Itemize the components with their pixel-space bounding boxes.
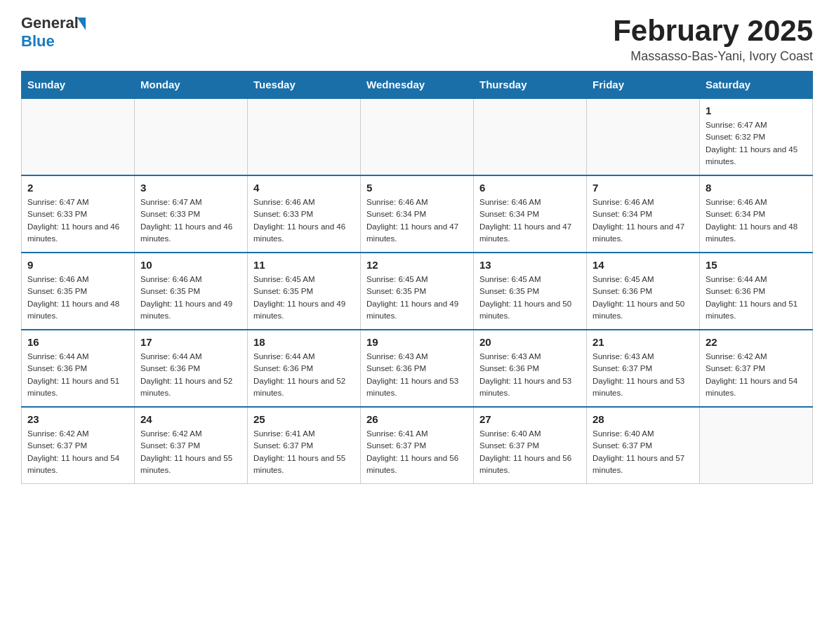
day-number: 14: [593, 259, 694, 271]
day-number: 8: [706, 182, 807, 194]
day-number: 26: [366, 413, 468, 425]
day-info: Sunrise: 6:45 AM Sunset: 6:35 PM Dayligh…: [253, 274, 355, 322]
day-number: 1: [706, 105, 807, 116]
day-number: 20: [479, 336, 581, 348]
day-cell: 21Sunrise: 6:43 AM Sunset: 6:37 PM Dayli…: [587, 330, 700, 407]
day-cell: 27Sunrise: 6:40 AM Sunset: 6:37 PM Dayli…: [474, 407, 587, 484]
day-cell: 6Sunrise: 6:46 AM Sunset: 6:34 PM Daylig…: [474, 175, 587, 253]
calendar-title: February 2025: [613, 14, 813, 48]
day-number: 23: [27, 413, 128, 425]
day-info: Sunrise: 6:46 AM Sunset: 6:34 PM Dayligh…: [479, 196, 581, 245]
day-cell: 7Sunrise: 6:46 AM Sunset: 6:34 PM Daylig…: [587, 175, 700, 253]
day-number: 16: [27, 336, 128, 348]
day-cell: 19Sunrise: 6:43 AM Sunset: 6:36 PM Dayli…: [361, 330, 474, 407]
day-cell: 1Sunrise: 6:47 AM Sunset: 6:32 PM Daylig…: [700, 98, 813, 175]
day-cell: 26Sunrise: 6:41 AM Sunset: 6:37 PM Dayli…: [361, 407, 474, 484]
day-cell: [135, 98, 248, 175]
day-info: Sunrise: 6:43 AM Sunset: 6:36 PM Dayligh…: [479, 351, 581, 399]
day-info: Sunrise: 6:44 AM Sunset: 6:36 PM Dayligh…: [706, 274, 807, 322]
day-info: Sunrise: 6:46 AM Sunset: 6:35 PM Dayligh…: [27, 274, 128, 322]
header-cell-monday: Monday: [135, 72, 248, 99]
logo: General Blue: [21, 14, 86, 51]
day-cell: 16Sunrise: 6:44 AM Sunset: 6:36 PM Dayli…: [22, 330, 135, 407]
day-info: Sunrise: 6:46 AM Sunset: 6:34 PM Dayligh…: [593, 196, 694, 245]
logo-triangle-icon: [77, 18, 86, 30]
day-number: 28: [593, 413, 694, 425]
header-cell-friday: Friday: [587, 72, 700, 99]
day-number: 6: [479, 182, 581, 194]
header-cell-tuesday: Tuesday: [248, 72, 361, 99]
week-row-4: 16Sunrise: 6:44 AM Sunset: 6:36 PM Dayli…: [22, 330, 813, 407]
header-row: SundayMondayTuesdayWednesdayThursdayFrid…: [22, 72, 813, 99]
header-cell-wednesday: Wednesday: [361, 72, 474, 99]
day-number: 9: [27, 259, 128, 271]
day-cell: 2Sunrise: 6:47 AM Sunset: 6:33 PM Daylig…: [22, 175, 135, 253]
day-cell: 25Sunrise: 6:41 AM Sunset: 6:37 PM Dayli…: [248, 407, 361, 484]
day-info: Sunrise: 6:42 AM Sunset: 6:37 PM Dayligh…: [706, 351, 807, 399]
logo-blue-text: Blue: [21, 32, 55, 50]
header-cell-sunday: Sunday: [22, 72, 135, 99]
day-cell: 22Sunrise: 6:42 AM Sunset: 6:37 PM Dayli…: [700, 330, 813, 407]
day-cell: 12Sunrise: 6:45 AM Sunset: 6:35 PM Dayli…: [361, 253, 474, 330]
day-info: Sunrise: 6:45 AM Sunset: 6:36 PM Dayligh…: [593, 274, 694, 322]
header-cell-thursday: Thursday: [474, 72, 587, 99]
day-info: Sunrise: 6:45 AM Sunset: 6:35 PM Dayligh…: [366, 274, 468, 322]
logo-general-text: General: [21, 14, 79, 32]
day-info: Sunrise: 6:46 AM Sunset: 6:34 PM Dayligh…: [366, 196, 468, 245]
day-cell: [361, 98, 474, 175]
day-cell: 5Sunrise: 6:46 AM Sunset: 6:34 PM Daylig…: [361, 175, 474, 253]
day-info: Sunrise: 6:41 AM Sunset: 6:37 PM Dayligh…: [253, 428, 355, 476]
week-row-1: 1Sunrise: 6:47 AM Sunset: 6:32 PM Daylig…: [22, 98, 813, 175]
week-row-5: 23Sunrise: 6:42 AM Sunset: 6:37 PM Dayli…: [22, 407, 813, 484]
header-cell-saturday: Saturday: [700, 72, 813, 99]
day-info: Sunrise: 6:46 AM Sunset: 6:33 PM Dayligh…: [253, 196, 355, 245]
day-info: Sunrise: 6:45 AM Sunset: 6:35 PM Dayligh…: [479, 274, 581, 322]
day-info: Sunrise: 6:40 AM Sunset: 6:37 PM Dayligh…: [593, 428, 694, 476]
day-cell: 9Sunrise: 6:46 AM Sunset: 6:35 PM Daylig…: [22, 253, 135, 330]
day-info: Sunrise: 6:44 AM Sunset: 6:36 PM Dayligh…: [253, 351, 355, 399]
day-info: Sunrise: 6:43 AM Sunset: 6:36 PM Dayligh…: [366, 351, 468, 399]
day-number: 27: [479, 413, 581, 425]
week-row-3: 9Sunrise: 6:46 AM Sunset: 6:35 PM Daylig…: [22, 253, 813, 330]
day-cell: [474, 98, 587, 175]
day-cell: 17Sunrise: 6:44 AM Sunset: 6:36 PM Dayli…: [135, 330, 248, 407]
day-cell: 4Sunrise: 6:46 AM Sunset: 6:33 PM Daylig…: [248, 175, 361, 253]
day-info: Sunrise: 6:42 AM Sunset: 6:37 PM Dayligh…: [140, 428, 241, 476]
day-cell: 13Sunrise: 6:45 AM Sunset: 6:35 PM Dayli…: [474, 253, 587, 330]
day-cell: 3Sunrise: 6:47 AM Sunset: 6:33 PM Daylig…: [135, 175, 248, 253]
day-info: Sunrise: 6:40 AM Sunset: 6:37 PM Dayligh…: [479, 428, 581, 476]
day-number: 21: [593, 336, 694, 348]
day-cell: [248, 98, 361, 175]
day-number: 19: [366, 336, 468, 348]
day-number: 10: [140, 259, 241, 271]
calendar-header: SundayMondayTuesdayWednesdayThursdayFrid…: [22, 72, 813, 99]
day-number: 15: [706, 259, 807, 271]
day-number: 5: [366, 182, 468, 194]
calendar-table: SundayMondayTuesdayWednesdayThursdayFrid…: [21, 71, 813, 484]
day-number: 7: [593, 182, 694, 194]
calendar-body: 1Sunrise: 6:47 AM Sunset: 6:32 PM Daylig…: [22, 98, 813, 484]
day-info: Sunrise: 6:44 AM Sunset: 6:36 PM Dayligh…: [140, 351, 241, 399]
day-number: 24: [140, 413, 241, 425]
calendar-subtitle: Massasso-Bas-Yani, Ivory Coast: [613, 49, 813, 64]
day-cell: 10Sunrise: 6:46 AM Sunset: 6:35 PM Dayli…: [135, 253, 248, 330]
day-number: 13: [479, 259, 581, 271]
day-cell: 8Sunrise: 6:46 AM Sunset: 6:34 PM Daylig…: [700, 175, 813, 253]
day-cell: [22, 98, 135, 175]
day-cell: 18Sunrise: 6:44 AM Sunset: 6:36 PM Dayli…: [248, 330, 361, 407]
day-cell: 15Sunrise: 6:44 AM Sunset: 6:36 PM Dayli…: [700, 253, 813, 330]
day-number: 2: [27, 182, 128, 194]
day-info: Sunrise: 6:43 AM Sunset: 6:37 PM Dayligh…: [593, 351, 694, 399]
day-cell: 14Sunrise: 6:45 AM Sunset: 6:36 PM Dayli…: [587, 253, 700, 330]
day-number: 18: [253, 336, 355, 348]
day-info: Sunrise: 6:42 AM Sunset: 6:37 PM Dayligh…: [27, 428, 128, 476]
day-info: Sunrise: 6:47 AM Sunset: 6:32 PM Dayligh…: [706, 119, 807, 168]
day-cell: [700, 407, 813, 484]
day-cell: 24Sunrise: 6:42 AM Sunset: 6:37 PM Dayli…: [135, 407, 248, 484]
day-number: 4: [253, 182, 355, 194]
day-number: 3: [140, 182, 241, 194]
day-info: Sunrise: 6:46 AM Sunset: 6:34 PM Dayligh…: [706, 196, 807, 245]
day-number: 11: [253, 259, 355, 271]
day-info: Sunrise: 6:47 AM Sunset: 6:33 PM Dayligh…: [140, 196, 241, 245]
week-row-2: 2Sunrise: 6:47 AM Sunset: 6:33 PM Daylig…: [22, 175, 813, 253]
